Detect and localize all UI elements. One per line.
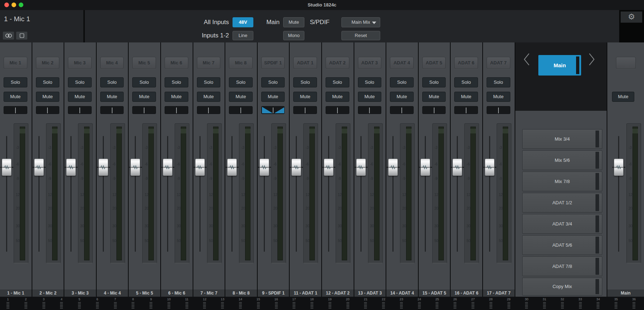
channel-name-button[interactable]: Mic 4 [100, 57, 124, 69]
solo-button[interactable]: Solo [229, 77, 253, 87]
stereo-link-button[interactable] [3, 31, 14, 40]
main-strip-mute-button[interactable]: Mute [612, 92, 634, 102]
mute-button[interactable]: Mute [293, 92, 317, 102]
mix-output-button[interactable]: ADAT 1/2 [522, 193, 602, 213]
mute-button[interactable]: Mute [358, 92, 382, 102]
copy-mix-button[interactable]: Copy Mix [522, 278, 602, 296]
mix-output-button[interactable]: ADAT 5/6 [522, 235, 602, 255]
solo-button[interactable]: Solo [326, 77, 349, 87]
fader-handle[interactable] [2, 159, 12, 176]
pan-slider[interactable] [229, 106, 253, 114]
mix-output-button[interactable]: ADAT 7/8 [522, 256, 602, 276]
pan-slider[interactable] [197, 106, 221, 114]
channel-name-button[interactable]: ADAT 3 [358, 57, 382, 69]
channel-name-button[interactable]: Mic 8 [229, 57, 253, 69]
pan-slider[interactable] [358, 106, 382, 114]
channel-name-button[interactable]: Mic 5 [132, 57, 156, 69]
channel-name-button[interactable]: Mic 2 [36, 57, 60, 69]
pan-slider[interactable] [422, 106, 446, 114]
mute-button[interactable]: Mute [132, 92, 156, 102]
pan-slider[interactable] [326, 106, 349, 114]
mute-button[interactable]: Mute [261, 92, 285, 102]
pan-slider[interactable] [100, 106, 124, 114]
channel-name-button[interactable]: ADAT 2 [326, 57, 349, 69]
fader-handle[interactable] [259, 159, 269, 176]
mute-button[interactable]: Mute [100, 92, 124, 102]
solo-button[interactable]: Solo [4, 77, 27, 87]
fader-handle[interactable] [324, 159, 334, 176]
chevron-left-icon[interactable] [523, 53, 531, 66]
main-name-box[interactable] [616, 57, 636, 69]
solo-button[interactable]: Solo [390, 77, 414, 87]
pan-slider[interactable] [454, 106, 478, 114]
channel-name-button[interactable]: ADAT 1 [293, 57, 317, 69]
channel-name-button[interactable]: ADAT 4 [390, 57, 414, 69]
channel-name-button[interactable]: Mic 3 [68, 57, 92, 69]
pan-slider[interactable] [68, 106, 92, 114]
channel-name-button[interactable]: Mic 7 [197, 57, 221, 69]
pan-slider[interactable] [165, 106, 188, 114]
solo-button[interactable]: Solo [197, 77, 221, 87]
fader-handle[interactable] [420, 159, 430, 176]
pan-slider[interactable] [293, 106, 317, 114]
mute-button[interactable]: Mute [36, 92, 60, 102]
tab-main-mix[interactable]: Main [538, 55, 581, 76]
main-fader-handle[interactable] [614, 159, 624, 176]
mute-button[interactable]: Mute [229, 92, 253, 102]
reset-button[interactable]: Reset [341, 31, 380, 40]
solo-button[interactable]: Solo [132, 77, 156, 87]
solo-button[interactable]: Solo [358, 77, 382, 87]
mute-button[interactable]: Mute [454, 92, 478, 102]
channel-name-button[interactable]: Mic 6 [165, 57, 188, 69]
mute-button[interactable]: Mute [422, 92, 446, 102]
pan-slider[interactable] [487, 106, 510, 114]
mute-button[interactable]: Mute [68, 92, 92, 102]
fader-handle[interactable] [130, 159, 140, 176]
channel-name-button[interactable]: Mic 1 [4, 57, 27, 69]
pan-slider[interactable] [36, 106, 60, 114]
fader-handle[interactable] [485, 159, 494, 176]
solo-button[interactable]: Solo [422, 77, 446, 87]
fader-handle[interactable] [66, 159, 76, 176]
mono-mode-button[interactable] [16, 31, 28, 40]
chevron-right-icon[interactable] [587, 53, 596, 66]
mute-button[interactable]: Mute [326, 92, 349, 102]
solo-button[interactable]: Solo [261, 77, 285, 87]
fader-handle[interactable] [34, 159, 44, 176]
mix-output-button[interactable]: Mix 5/6 [522, 150, 602, 170]
solo-button[interactable]: Solo [293, 77, 317, 87]
solo-button[interactable]: Solo [454, 77, 478, 87]
main-mono-button[interactable]: Mono [283, 31, 304, 40]
fader-handle[interactable] [291, 159, 301, 176]
spdif-source-dropdown[interactable]: Main Mix [341, 17, 380, 27]
mute-button[interactable]: Mute [487, 92, 510, 102]
fader-handle[interactable] [356, 159, 366, 176]
mute-button[interactable]: Mute [390, 92, 414, 102]
fader-handle[interactable] [163, 159, 172, 176]
mute-button[interactable]: Mute [165, 92, 188, 102]
solo-button[interactable]: Solo [487, 77, 510, 87]
settings-button[interactable]: ⚙ [621, 12, 642, 23]
fader-handle[interactable] [98, 159, 108, 176]
line-mode-button[interactable]: Line [233, 31, 253, 40]
fader-handle[interactable] [452, 159, 462, 176]
mute-button[interactable]: Mute [197, 92, 221, 102]
mute-button[interactable]: Mute [4, 92, 27, 102]
channel-name-button[interactable]: ADAT 7 [487, 57, 510, 69]
mix-output-button[interactable]: Mix 3/4 [522, 129, 602, 149]
solo-button[interactable]: Solo [68, 77, 92, 87]
solo-button[interactable]: Solo [36, 77, 60, 87]
pan-slider[interactable] [4, 106, 27, 114]
fader-handle[interactable] [388, 159, 398, 176]
mix-output-button[interactable]: Mix 7/8 [522, 172, 602, 191]
channel-name-button[interactable]: ADAT 6 [454, 57, 478, 69]
pan-slider[interactable] [390, 106, 414, 114]
solo-button[interactable]: Solo [165, 77, 188, 87]
pan-slider[interactable] [261, 106, 285, 114]
fader-handle[interactable] [227, 159, 237, 176]
fader-handle[interactable] [195, 159, 205, 176]
channel-name-button[interactable]: ADAT 5 [422, 57, 446, 69]
channel-name-button[interactable]: SPDIF 1 [261, 57, 285, 69]
solo-button[interactable]: Solo [100, 77, 124, 87]
pan-slider[interactable] [132, 106, 156, 114]
